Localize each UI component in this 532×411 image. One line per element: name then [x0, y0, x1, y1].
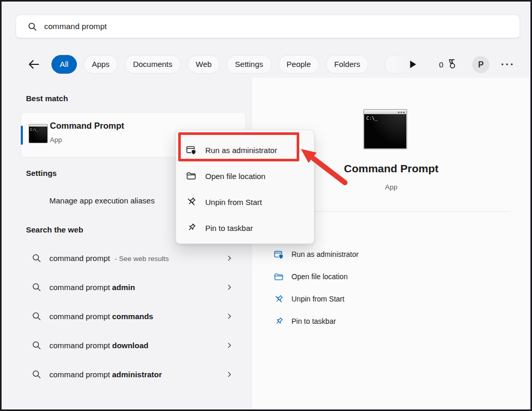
chevron-right-icon: [225, 283, 233, 291]
command-prompt-icon-large: C:\_: [363, 109, 407, 149]
menu-item-run-as-administrator[interactable]: Run as administrator: [176, 137, 314, 163]
selection-accent-bar: [21, 126, 23, 145]
folder-icon: [274, 272, 284, 282]
tab-apps[interactable]: Apps: [84, 55, 118, 74]
folder-icon: [186, 171, 196, 181]
action-label: Pin to taskbar: [291, 317, 336, 325]
action-label: Open file location: [291, 272, 348, 281]
tab-settings[interactable]: Settings: [227, 55, 271, 74]
search-icon: [32, 311, 42, 321]
best-match-heading: Best match: [26, 94, 68, 103]
menu-item-unpin-from-start[interactable]: Unpin from Start: [176, 189, 314, 215]
search-box[interactable]: [16, 15, 520, 38]
web-suggestion-row[interactable]: command prompt- See web results: [21, 248, 240, 268]
suggestion-prefix: command prompt: [49, 254, 110, 263]
pin-icon: [186, 223, 196, 233]
tabs-scroll-right-icon[interactable]: [407, 59, 418, 70]
tab-people[interactable]: People: [278, 55, 320, 74]
suggestion-prefix: command prompt: [49, 341, 110, 350]
run-as-admin-icon: [186, 145, 196, 155]
context-menu: Run as administrator Open file location …: [176, 130, 314, 244]
tab-folders[interactable]: Folders: [326, 55, 368, 74]
tab-web[interactable]: Web: [188, 55, 220, 74]
search-input[interactable]: [44, 15, 501, 38]
search-icon: [32, 253, 42, 263]
action-label: Run as administrator: [291, 250, 358, 258]
web-suggestion-row[interactable]: command promptadministrator: [21, 364, 240, 385]
search-icon: [28, 22, 37, 32]
tab-documents[interactable]: Documents: [125, 55, 181, 74]
suggestion-prefix: command prompt: [49, 370, 110, 379]
command-prompt-icon: C:\_: [29, 124, 48, 143]
menu-item-label: Open file location: [205, 172, 265, 181]
action-open-file-location[interactable]: Open file location: [259, 266, 520, 287]
chevron-right-icon: [225, 254, 233, 262]
medal-icon: [446, 58, 458, 71]
search-icon: [32, 340, 42, 350]
web-suggestion-row[interactable]: command promptadmin: [21, 277, 240, 297]
unpin-icon: [186, 197, 196, 207]
best-match-title: Command Prompt: [50, 121, 124, 131]
menu-item-label: Pin to taskbar: [205, 224, 253, 232]
search-the-web-heading: Search the web: [26, 225, 83, 234]
suggestion-note: - See web results: [115, 255, 169, 263]
tab-all[interactable]: All: [51, 55, 77, 74]
filter-tabs: All Apps Documents Web Settings People F…: [51, 55, 368, 74]
suggestion-suffix: download: [112, 341, 149, 350]
best-match-subtitle: App: [50, 136, 62, 144]
chevron-right-icon: [225, 312, 233, 320]
unpin-icon: [274, 294, 284, 304]
suggestion-prefix: command prompt: [49, 283, 110, 292]
suggestion-suffix: administrator: [112, 370, 162, 379]
suggestion-suffix: commands: [112, 312, 153, 321]
action-label: Unpin from Start: [291, 295, 344, 303]
action-run-as-administrator[interactable]: Run as administrator: [259, 243, 520, 265]
suggestion-prefix: command prompt: [49, 312, 110, 321]
windows-search-panel: All Apps Documents Web Settings People F…: [0, 0, 532, 411]
search-icon: [32, 282, 42, 292]
action-unpin-from-start[interactable]: Unpin from Start: [259, 288, 520, 310]
search-icon: [32, 369, 42, 379]
menu-item-open-file-location[interactable]: Open file location: [176, 163, 314, 189]
back-button[interactable]: [27, 58, 41, 71]
pin-icon: [274, 317, 284, 326]
menu-item-label: Run as administrator: [205, 146, 277, 155]
rewards-count: 0: [439, 60, 443, 69]
chevron-right-icon: [225, 341, 233, 349]
more-options-icon[interactable]: [499, 60, 516, 69]
web-suggestion-row[interactable]: command promptdownload: [21, 335, 240, 355]
action-pin-to-taskbar[interactable]: Pin to taskbar: [259, 310, 520, 332]
chevron-right-icon: [225, 371, 233, 378]
web-suggestion-row[interactable]: command promptcommands: [21, 306, 240, 326]
menu-item-label: Unpin from Start: [205, 198, 262, 207]
suggestion-suffix: admin: [112, 283, 135, 292]
run-as-admin-icon: [274, 250, 284, 259]
rewards-badge[interactable]: 0: [439, 58, 458, 71]
user-avatar[interactable]: P: [472, 56, 489, 73]
settings-heading: Settings: [26, 169, 57, 177]
menu-item-pin-to-taskbar[interactable]: Pin to taskbar: [176, 215, 314, 241]
